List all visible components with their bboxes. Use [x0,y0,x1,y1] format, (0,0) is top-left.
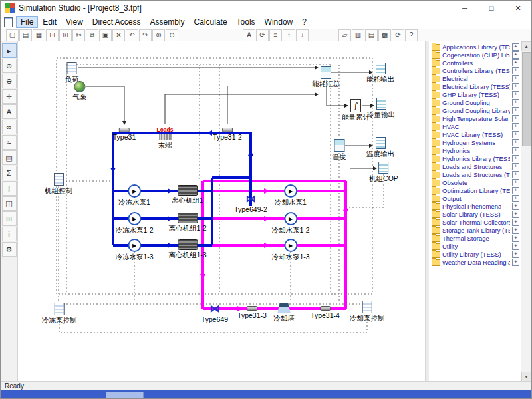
redo-button[interactable]: ↷ [139,29,152,41]
pan-tool[interactable]: ✛ [2,89,17,104]
cw-pump-1[interactable]: ▶冷却水泵1 [275,184,307,206]
menu-file[interactable]: File [16,16,38,28]
delete-button[interactable]: ✕ [112,29,125,41]
library-physical-phenomena[interactable]: Physical Phenomena+ [429,202,521,210]
diverter-type649-2[interactable]: ⋈Type649-2 [234,193,267,213]
library-thermal-storage[interactable]: Thermal Storage+ [429,234,521,242]
plot-tool[interactable]: ≈ [2,135,17,150]
expand-icon[interactable]: + [512,195,519,202]
chw-pump-3[interactable]: ▶冷冻水泵1-3 [115,239,153,261]
expand-icon[interactable]: + [512,115,519,122]
energy-summary[interactable]: 能耗汇总 [312,66,340,88]
library-utility-library-tess[interactable]: Utility Library (TESS)+ [429,250,521,258]
rotate-button[interactable]: ⟳ [256,29,269,41]
library-loads-and-structures-tess[interactable]: Loads and Structures (TESS)+ [429,170,521,178]
print-button[interactable]: ⊡ [46,29,59,41]
move-down-button[interactable]: ↓ [296,29,309,41]
energy-integrator[interactable]: ∫能量累计 [342,99,370,121]
temperature-output[interactable]: 温度输出 [366,137,394,158]
undo-button[interactable]: ↶ [126,29,138,41]
expand-icon[interactable]: + [512,43,519,51]
expand-icon[interactable]: + [512,139,519,146]
chiller-1[interactable]: 离心机组1 [172,185,203,204]
tile-horizontal-button[interactable]: ▥ [352,29,364,41]
expand-icon[interactable]: + [512,75,519,82]
expand-icon[interactable]: + [512,235,519,242]
cw-pump-controller[interactable]: 冷却泵控制 [350,301,385,322]
library-applications-library-tess[interactable]: Applications Library (TESS)+ [429,43,521,51]
expand-icon[interactable]: + [512,163,519,170]
energy-output[interactable]: 能耗输出 [366,63,394,83]
zoom-out-button[interactable]: ⊖ [166,29,178,41]
library-controllers[interactable]: Controllers+ [429,59,521,66]
library-output[interactable]: Output+ [429,194,521,202]
library-storage-tank-library-tess[interactable]: Storage Tank Library (TESS)+ [429,226,521,234]
library-hydronics-library-tess[interactable]: Hydronics Library (TESS)+ [429,154,521,162]
temperature-plotter[interactable]: 温度 [332,139,346,160]
library-ground-coupling-library-tess[interactable]: Ground Coupling Library (TESS)+ [429,106,521,114]
library-controllers-library-tess[interactable]: Controllers Library (TESS)+ [429,66,521,74]
chw-pump-1[interactable]: ▶冷冻水泵1 [118,184,150,206]
load-reader[interactable]: 负荷 [65,62,79,83]
chiller-3[interactable]: 离心机组1-3 [168,239,206,259]
lock-tool[interactable]: ◫ [2,196,17,211]
chw-pump-2[interactable]: ▶冷冻水泵1-2 [115,212,153,234]
zoom-tool[interactable]: ⊖ [2,74,17,88]
expand-icon[interactable]: + [512,259,519,266]
minimize-button[interactable]: ─ [452,1,478,15]
cw-pump-2[interactable]: ▶冷却水泵1-2 [271,212,309,234]
align-button[interactable]: ≡ [269,29,282,41]
menu-calculate[interactable]: Calculate [190,16,232,28]
direct-access-tool[interactable]: ⊕ [2,59,17,73]
expand-icon[interactable]: + [512,219,519,226]
expand-icon[interactable]: + [512,91,519,98]
menu-direct-access[interactable]: Direct Access [88,16,146,28]
library-ghp-library-tess[interactable]: GHP Library (TESS)+ [429,90,521,98]
refresh-button[interactable]: ⟳ [392,29,404,41]
library-electrical[interactable]: Electrical+ [429,74,521,82]
move-up-button[interactable]: ↑ [283,29,295,41]
scroll-up-icon[interactable]: ▲ [521,41,531,51]
library-hydronics[interactable]: Hydronics+ [429,146,521,154]
library-hydrogen-systems[interactable]: Hydrogen Systems+ [429,138,521,146]
expand-icon[interactable]: + [512,171,519,178]
tile-vertical-button[interactable]: ▤ [365,29,378,41]
library-solar-thermal-collectors[interactable]: Solar Thermal Collectors+ [429,218,521,226]
link-tool[interactable]: ∞ [2,120,17,134]
expand-icon[interactable]: + [512,107,519,114]
sum-tool[interactable]: Σ [2,166,17,180]
select-tool[interactable]: ▸ [2,43,17,58]
save-button[interactable]: ▦ [33,29,45,41]
font-button[interactable]: A [243,29,255,41]
menu-edit[interactable]: Edit [38,16,61,28]
library-ground-coupling[interactable]: Ground Coupling+ [429,98,521,106]
document-icon[interactable] [4,17,13,27]
open-button[interactable]: ▤ [19,29,32,41]
library-utility[interactable]: Utility+ [429,242,521,250]
zoom-in-button[interactable]: ⊕ [152,29,165,41]
menu-window[interactable]: Window [260,16,298,28]
cut-button[interactable]: ✂ [72,29,85,41]
taskbar-button[interactable] [106,392,144,398]
library-optimization-library-tess[interactable]: Optimization Library (TESS)+ [429,186,521,194]
cw-pump-3[interactable]: ▶冷却水泵1-3 [271,239,309,261]
unit-controller[interactable]: 机组控制 [45,173,72,194]
expand-icon[interactable]: + [512,251,519,258]
scroll-down-icon[interactable]: ▼ [521,372,531,382]
expand-icon[interactable]: + [512,243,519,250]
pipe-type31-2[interactable]: Type31-2 [213,128,242,141]
paste-button[interactable]: ▣ [99,29,112,41]
chiller-2[interactable]: 离心机组1-2 [168,213,206,232]
expand-icon[interactable]: + [512,155,519,162]
info-tool[interactable]: i [2,227,17,241]
pipe-type31-3[interactable]: Type31-3 [237,306,267,319]
library-electrical-library-tess[interactable]: Electrical Library (TESS)+ [429,82,521,90]
unit-cop-output[interactable]: 机组COP [369,162,398,182]
preview-button[interactable]: ⊞ [59,29,72,41]
spreadsheet-tool[interactable]: ▤ [2,150,17,165]
expand-icon[interactable]: + [512,187,519,194]
library-obsolete[interactable]: Obsolete+ [429,178,521,186]
cooling-tower[interactable]: 冷却塔 [273,303,295,322]
scrollbar-thumb[interactable] [522,52,531,146]
grid-tool[interactable]: ⊞ [2,211,17,226]
